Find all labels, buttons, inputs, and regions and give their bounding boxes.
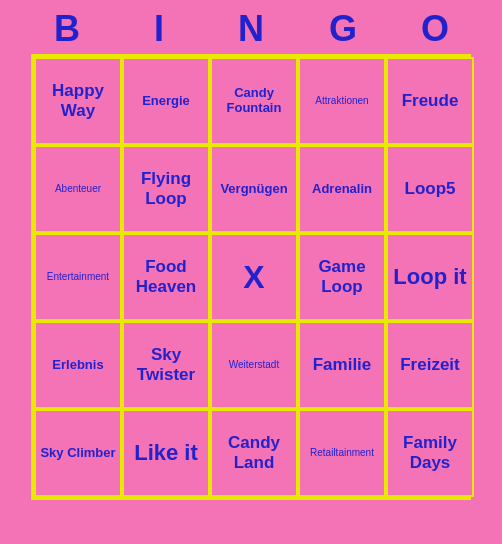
cell-0-3: Attraktionen (298, 57, 386, 145)
cell-label: Familie (313, 355, 372, 375)
cell-label: Weiterstadt (229, 359, 279, 371)
cell-2-1: Food Heaven (122, 233, 210, 321)
cell-0-2: Candy Fountain (210, 57, 298, 145)
cell-label: Loop5 (405, 179, 456, 199)
cell-0-1: Energie (122, 57, 210, 145)
bingo-letter: I (123, 8, 195, 50)
cell-label: Energie (142, 94, 190, 109)
cell-label: Attraktionen (315, 95, 368, 107)
cell-1-4: Loop5 (386, 145, 474, 233)
cell-2-3: Game Loop (298, 233, 386, 321)
cell-3-3: Familie (298, 321, 386, 409)
cell-1-1: Flying Loop (122, 145, 210, 233)
cell-label: Food Heaven (128, 257, 204, 296)
cell-3-4: Freizeit (386, 321, 474, 409)
cell-0-4: Freude (386, 57, 474, 145)
bingo-title: BINGO (21, 0, 481, 54)
cell-1-3: Adrenalin (298, 145, 386, 233)
bingo-letter: N (215, 8, 287, 50)
cell-label: Candy Land (216, 433, 292, 472)
cell-4-4: Family Days (386, 409, 474, 497)
cell-label: Retailtainment (310, 447, 374, 459)
cell-4-2: Candy Land (210, 409, 298, 497)
bingo-letter: O (399, 8, 471, 50)
cell-label: Loop it (393, 264, 466, 289)
bingo-grid: Happy WayEnergieCandy FountainAttraktion… (31, 54, 471, 500)
cell-label: Sky Twister (128, 345, 204, 384)
cell-1-0: Abenteuer (34, 145, 122, 233)
cell-label: Freizeit (400, 355, 460, 375)
cell-label: Freude (402, 91, 459, 111)
cell-label: Game Loop (304, 257, 380, 296)
cell-4-0: Sky Climber (34, 409, 122, 497)
bingo-letter: B (31, 8, 103, 50)
cell-label: Happy Way (40, 81, 116, 120)
cell-label: Flying Loop (128, 169, 204, 208)
cell-4-1: Like it (122, 409, 210, 497)
cell-label: Adrenalin (312, 182, 372, 197)
cell-label: Abenteuer (55, 183, 101, 195)
cell-1-2: Vergnügen (210, 145, 298, 233)
cell-x-mark: X (243, 259, 264, 296)
cell-label: Family Days (392, 433, 468, 472)
cell-label: Erlebnis (52, 358, 103, 373)
cell-2-4: Loop it (386, 233, 474, 321)
cell-2-2: X (210, 233, 298, 321)
cell-label: Vergnügen (220, 182, 287, 197)
cell-label: Sky Climber (40, 446, 115, 461)
cell-3-1: Sky Twister (122, 321, 210, 409)
cell-label: Like it (134, 440, 198, 465)
cell-label: Candy Fountain (216, 86, 292, 116)
cell-3-0: Erlebnis (34, 321, 122, 409)
cell-3-2: Weiterstadt (210, 321, 298, 409)
cell-0-0: Happy Way (34, 57, 122, 145)
cell-2-0: Entertainment (34, 233, 122, 321)
bingo-letter: G (307, 8, 379, 50)
cell-4-3: Retailtainment (298, 409, 386, 497)
cell-label: Entertainment (47, 271, 109, 283)
